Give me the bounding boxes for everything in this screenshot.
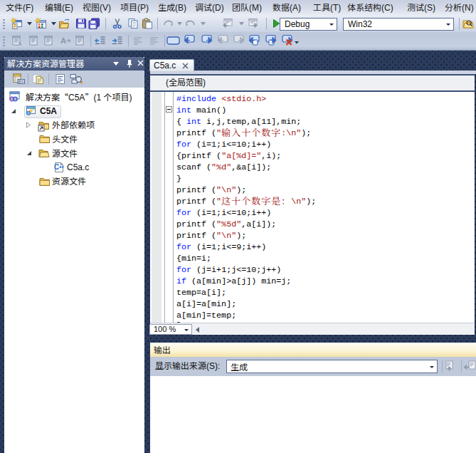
svg-text:C: C <box>54 163 59 171</box>
svg-text:A: A <box>60 36 66 45</box>
